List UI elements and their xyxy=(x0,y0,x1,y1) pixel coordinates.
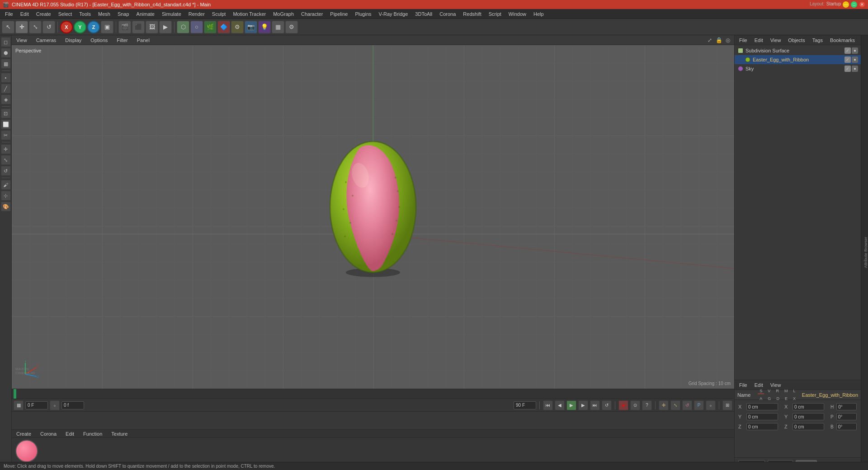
sky-lock-btn[interactable]: ● xyxy=(852,66,858,72)
mat-menu-texture[interactable]: Texture xyxy=(108,430,130,437)
viewport-menu-filter[interactable]: Filter xyxy=(115,37,129,44)
viewport-menu-cameras[interactable]: Cameras xyxy=(34,37,58,44)
menu-vray[interactable]: V-Ray Bridge xyxy=(376,10,411,18)
pp-y-rot[interactable] xyxy=(793,413,824,420)
tl-mini-view[interactable]: ▦ xyxy=(14,400,24,410)
frame-value-input[interactable] xyxy=(61,401,84,409)
display-mode[interactable]: ▦ xyxy=(272,21,284,33)
tool-texture[interactable]: ▦ xyxy=(1,59,11,69)
scene-item-sky[interactable]: Sky ✓ ● xyxy=(735,64,861,73)
pp-b-val[interactable] xyxy=(836,423,857,430)
tool-brush2[interactable]: 🖌 xyxy=(1,180,11,190)
pp-z-pos[interactable] xyxy=(746,423,778,430)
pp-tab-r[interactable]: M xyxy=(783,388,790,394)
menu-mesh[interactable]: Mesh xyxy=(95,10,113,18)
menu-select[interactable]: Select xyxy=(55,10,75,18)
right-browser-strip[interactable]: Attribute Browser xyxy=(861,35,868,470)
menu-mograph[interactable]: MoGraph xyxy=(270,10,297,18)
viewport-menu-options[interactable]: Options xyxy=(89,37,109,44)
light[interactable]: 💡 xyxy=(258,21,271,33)
tool-paint2[interactable]: 🎨 xyxy=(1,202,11,212)
close-button[interactable]: ✕ xyxy=(859,1,865,8)
tool-scale2[interactable]: ⤡ xyxy=(1,155,11,165)
pp-tab-s[interactable]: V xyxy=(766,388,772,394)
tl-record[interactable]: ● xyxy=(618,400,628,410)
tl-key-pos[interactable]: ✛ xyxy=(659,400,669,410)
menu-character[interactable]: Character xyxy=(298,10,326,18)
tool-object[interactable]: ▣ xyxy=(101,21,113,33)
tool-mesh-edit[interactable]: ⬢ xyxy=(1,48,11,58)
menu-help[interactable]: Help xyxy=(530,10,547,18)
menu-redshift[interactable]: Redshift xyxy=(460,10,484,18)
menu-plugins[interactable]: Plugins xyxy=(352,10,374,18)
viewport-canvas[interactable]: Perspective xyxy=(12,45,734,389)
pp-tab-v[interactable]: R xyxy=(774,388,781,394)
menu-render[interactable]: Render xyxy=(185,10,208,18)
tl-play[interactable]: ▶ xyxy=(566,400,576,410)
menu-edit[interactable]: Edit xyxy=(17,10,32,18)
rp-menu-bookmarks[interactable]: Bookmarks xyxy=(828,37,857,44)
rp-menu-tags[interactable]: Tags xyxy=(811,37,825,44)
subdiv-vis-btn[interactable]: ✓ xyxy=(844,47,851,54)
menu-create[interactable]: Create xyxy=(33,10,54,18)
pp-x-pos[interactable] xyxy=(746,403,778,410)
tl-key-btn[interactable]: ⬦ xyxy=(50,400,60,410)
tool-move2[interactable]: ✛ xyxy=(1,144,11,154)
tl-loop[interactable]: ↺ xyxy=(602,400,612,410)
render-to-viewer[interactable]: 🎬 xyxy=(118,21,131,33)
tl-next-frame[interactable]: ▶ xyxy=(578,400,588,410)
geo-object[interactable]: ⬡ xyxy=(177,21,189,33)
pp-menu-file[interactable]: File xyxy=(737,381,749,389)
tool-live-sel[interactable]: ⊡ xyxy=(1,108,11,118)
render-region[interactable]: ⬛ xyxy=(132,21,145,33)
pp-x-rot[interactable] xyxy=(793,403,824,410)
tool-rect-sel[interactable]: ⬜ xyxy=(1,119,11,129)
material-preview[interactable] xyxy=(15,440,38,462)
pp-menu-view[interactable]: View xyxy=(769,381,783,389)
tl-record-auto[interactable]: ⊙ xyxy=(630,400,640,410)
rp-menu-objects[interactable]: Objects xyxy=(786,37,807,44)
pp-tab-name[interactable]: S xyxy=(758,388,764,394)
menu-script[interactable]: Script xyxy=(486,10,505,18)
vp-icon-lock[interactable]: 🔒 xyxy=(715,37,722,44)
mat-menu-edit[interactable]: Edit xyxy=(63,430,77,437)
pp-z-rot[interactable] xyxy=(793,423,824,430)
tool-polygons[interactable]: ◈ xyxy=(1,94,11,104)
viewport-menu-display[interactable]: Display xyxy=(63,37,83,44)
tl-key-scale[interactable]: ⤡ xyxy=(670,400,680,410)
menu-file[interactable]: File xyxy=(2,10,16,18)
minimize-button[interactable]: — xyxy=(843,1,849,8)
menu-animate[interactable]: Animate xyxy=(133,10,158,18)
vp-icon-move[interactable]: ⤢ xyxy=(706,37,713,44)
tl-key-param[interactable]: P xyxy=(694,400,704,410)
maximize-button[interactable]: □ xyxy=(851,1,857,8)
egg-lock-btn[interactable]: ● xyxy=(852,56,858,63)
tool-cursor[interactable]: ↖ xyxy=(2,21,14,33)
viewport-menu-view[interactable]: View xyxy=(14,37,29,44)
tl-key-point[interactable]: ⬦ xyxy=(706,400,716,410)
tool-z[interactable]: Z xyxy=(87,21,100,33)
vp-icon-solo[interactable]: ◎ xyxy=(724,37,731,44)
tool-move[interactable]: ✛ xyxy=(15,21,28,33)
frame-current-input[interactable]: 0 F xyxy=(25,401,48,409)
mat-menu-corona[interactable]: Corona xyxy=(38,430,59,437)
frame-end-input[interactable] xyxy=(514,401,536,409)
tl-key-rot[interactable]: ↺ xyxy=(682,400,692,410)
menu-simulate[interactable]: Simulate xyxy=(159,10,184,18)
tool-lasso-sel[interactable]: ✂ xyxy=(1,130,11,140)
scene-item-easter-egg[interactable]: Easter_Egg_with_Ribbon ✓ ● xyxy=(735,55,861,64)
tool-points[interactable]: • xyxy=(1,73,11,83)
viewport-menu-panel[interactable]: Panel xyxy=(135,37,151,44)
tl-go-start[interactable]: ⏮ xyxy=(543,400,553,410)
tool-y[interactable]: Y xyxy=(74,21,86,33)
menu-pipeline[interactable]: Pipeline xyxy=(327,10,351,18)
render-animation[interactable]: ▶ xyxy=(159,21,172,33)
deformer[interactable]: 🔷 xyxy=(217,21,230,33)
subdiv-lock-btn[interactable]: ● xyxy=(852,47,858,54)
tl-help[interactable]: ? xyxy=(642,400,652,410)
pp-y-pos[interactable] xyxy=(746,413,778,420)
menu-corona[interactable]: Corona xyxy=(436,10,459,18)
menu-motion-tracker[interactable]: Motion Tracker xyxy=(230,10,269,18)
environment-object[interactable]: 🌿 xyxy=(204,21,217,33)
mat-menu-function[interactable]: Function xyxy=(80,430,105,437)
